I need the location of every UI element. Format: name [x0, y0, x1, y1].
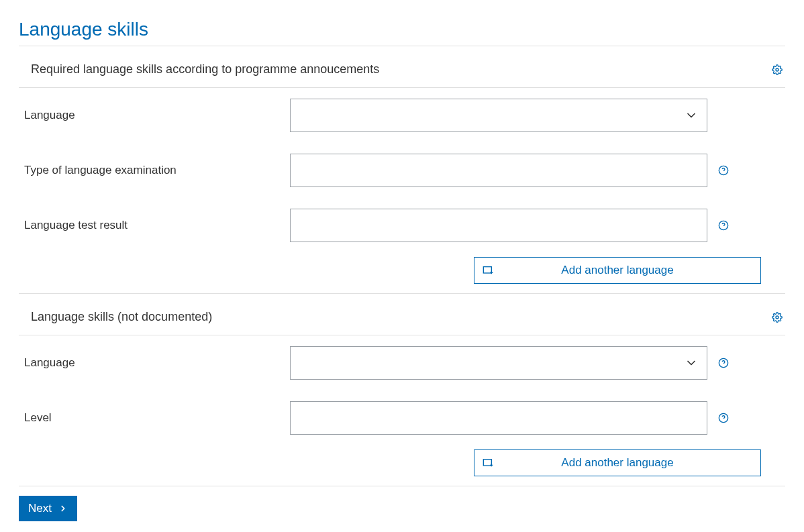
add-row-undocumented: Add another language — [19, 445, 785, 486]
section-header-undocumented: Language skills (not documented) — [19, 294, 785, 335]
help-icon[interactable] — [718, 220, 729, 231]
help-icon[interactable] — [718, 413, 729, 423]
next-button[interactable]: Next — [19, 496, 77, 521]
next-button-label: Next — [28, 502, 52, 515]
input-undocumented-level[interactable] — [290, 401, 707, 435]
svg-point-8 — [776, 316, 778, 319]
input-wrap — [290, 401, 707, 435]
row-required-exam-type: Type of language examination — [19, 143, 785, 198]
help-icon[interactable] — [718, 165, 729, 176]
label-undocumented-level: Level — [24, 411, 290, 425]
input-required-test-result[interactable] — [290, 209, 707, 242]
chevron-right-icon — [58, 504, 68, 513]
select-required-language[interactable] — [290, 99, 707, 132]
gear-icon[interactable] — [772, 64, 783, 75]
help-icon[interactable] — [718, 358, 729, 368]
input-wrap — [290, 346, 707, 380]
svg-point-0 — [776, 68, 778, 71]
section-title-undocumented: Language skills (not documented) — [31, 310, 212, 324]
input-wrap — [290, 99, 707, 132]
help-spacer — [718, 110, 729, 121]
input-wrap — [290, 154, 707, 187]
label-undocumented-language: Language — [24, 356, 290, 370]
row-required-language: Language — [19, 88, 785, 143]
gear-icon[interactable] — [772, 312, 783, 323]
bottom-bar: Next — [19, 496, 785, 521]
svg-rect-13 — [483, 460, 491, 466]
select-undocumented-language[interactable] — [290, 346, 707, 380]
label-required-test-result: Language test result — [24, 219, 290, 232]
input-wrap — [290, 209, 707, 242]
page-title: Language skills — [19, 19, 785, 40]
add-language-button-required[interactable]: Add another language — [474, 257, 761, 284]
label-required-language: Language — [24, 109, 290, 122]
add-page-icon — [483, 266, 493, 275]
section-title-required: Required language skills according to pr… — [31, 62, 379, 76]
section-undocumented: Language skills (not documented) Languag… — [19, 294, 785, 486]
row-undocumented-level: Level — [19, 390, 785, 445]
svg-rect-5 — [483, 267, 491, 273]
add-language-button-undocumented[interactable]: Add another language — [474, 449, 761, 476]
label-required-exam-type: Type of language examination — [24, 164, 290, 177]
section-required: Required language skills according to pr… — [19, 46, 785, 294]
input-required-exam-type[interactable] — [290, 154, 707, 187]
add-row-required: Add another language — [19, 253, 785, 294]
row-undocumented-language: Language — [19, 335, 785, 390]
add-page-icon — [483, 458, 493, 468]
row-required-test-result: Language test result — [19, 198, 785, 253]
add-language-label: Add another language — [474, 264, 760, 277]
section-header-required: Required language skills according to pr… — [19, 46, 785, 88]
add-language-label: Add another language — [474, 456, 760, 470]
